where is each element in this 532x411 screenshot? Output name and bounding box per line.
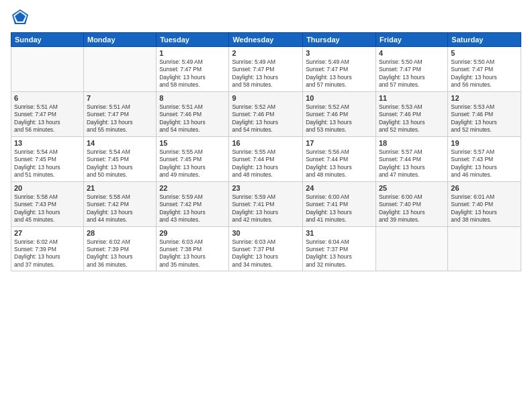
calendar-cell: 20Sunrise: 5:58 AM Sunset: 7:43 PM Dayli… xyxy=(11,181,84,226)
day-number: 18 xyxy=(379,139,445,147)
day-number: 11 xyxy=(379,94,445,102)
day-info: Sunrise: 5:51 AM Sunset: 7:46 PM Dayligh… xyxy=(159,103,226,134)
day-info: Sunrise: 6:03 AM Sunset: 7:38 PM Dayligh… xyxy=(159,238,226,269)
calendar-cell: 9Sunrise: 5:52 AM Sunset: 7:46 PM Daylig… xyxy=(229,91,303,136)
calendar-cell: 3Sunrise: 5:49 AM Sunset: 7:47 PM Daylig… xyxy=(303,47,376,92)
calendar-cell: 18Sunrise: 5:57 AM Sunset: 7:44 PM Dayli… xyxy=(375,136,447,181)
day-number: 20 xyxy=(14,184,81,192)
day-info: Sunrise: 5:54 AM Sunset: 7:45 PM Dayligh… xyxy=(87,148,153,179)
calendar-cell: 13Sunrise: 5:54 AM Sunset: 7:45 PM Dayli… xyxy=(11,136,84,181)
calendar-cell: 14Sunrise: 5:54 AM Sunset: 7:45 PM Dayli… xyxy=(83,136,156,181)
day-info: Sunrise: 5:55 AM Sunset: 7:45 PM Dayligh… xyxy=(159,148,226,179)
day-number: 29 xyxy=(159,229,226,237)
weekday-saturday: Saturday xyxy=(448,33,521,47)
calendar-cell: 10Sunrise: 5:52 AM Sunset: 7:46 PM Dayli… xyxy=(303,91,376,136)
day-info: Sunrise: 6:00 AM Sunset: 7:40 PM Dayligh… xyxy=(379,193,445,224)
day-info: Sunrise: 5:57 AM Sunset: 7:44 PM Dayligh… xyxy=(379,148,445,179)
day-number: 9 xyxy=(232,94,300,102)
day-number: 4 xyxy=(379,49,445,57)
day-number: 22 xyxy=(159,184,226,192)
calendar-cell: 22Sunrise: 5:59 AM Sunset: 7:42 PM Dayli… xyxy=(157,181,229,226)
day-info: Sunrise: 6:04 AM Sunset: 7:37 PM Dayligh… xyxy=(306,238,373,269)
day-info: Sunrise: 5:54 AM Sunset: 7:45 PM Dayligh… xyxy=(14,148,81,179)
day-info: Sunrise: 5:58 AM Sunset: 7:43 PM Dayligh… xyxy=(14,193,81,224)
calendar-cell xyxy=(375,226,447,271)
calendar-cell: 7Sunrise: 5:51 AM Sunset: 7:47 PM Daylig… xyxy=(83,91,156,136)
day-info: Sunrise: 6:02 AM Sunset: 7:39 PM Dayligh… xyxy=(87,238,153,269)
day-number: 24 xyxy=(306,184,373,192)
day-info: Sunrise: 5:52 AM Sunset: 7:46 PM Dayligh… xyxy=(306,103,373,134)
weekday-friday: Friday xyxy=(375,33,447,47)
day-info: Sunrise: 5:51 AM Sunset: 7:47 PM Dayligh… xyxy=(87,103,153,134)
calendar-cell: 23Sunrise: 5:59 AM Sunset: 7:41 PM Dayli… xyxy=(229,181,303,226)
day-number: 27 xyxy=(14,229,81,237)
header xyxy=(11,8,521,27)
day-number: 13 xyxy=(14,139,81,147)
weekday-thursday: Thursday xyxy=(303,33,376,47)
day-info: Sunrise: 6:00 AM Sunset: 7:41 PM Dayligh… xyxy=(306,193,373,224)
day-number: 3 xyxy=(306,49,373,57)
day-info: Sunrise: 5:55 AM Sunset: 7:44 PM Dayligh… xyxy=(232,148,300,179)
calendar-cell: 24Sunrise: 6:00 AM Sunset: 7:41 PM Dayli… xyxy=(303,181,376,226)
calendar-cell: 25Sunrise: 6:00 AM Sunset: 7:40 PM Dayli… xyxy=(375,181,447,226)
weekday-tuesday: Tuesday xyxy=(157,33,229,47)
calendar-cell: 8Sunrise: 5:51 AM Sunset: 7:46 PM Daylig… xyxy=(157,91,229,136)
day-number: 26 xyxy=(451,184,518,192)
day-info: Sunrise: 5:52 AM Sunset: 7:46 PM Dayligh… xyxy=(232,103,300,134)
calendar-cell: 6Sunrise: 5:51 AM Sunset: 7:47 PM Daylig… xyxy=(11,91,84,136)
day-number: 23 xyxy=(232,184,300,192)
day-number: 15 xyxy=(159,139,226,147)
logo xyxy=(11,8,32,27)
calendar-cell xyxy=(83,47,156,92)
calendar-cell: 30Sunrise: 6:03 AM Sunset: 7:37 PM Dayli… xyxy=(229,226,303,271)
calendar-cell: 26Sunrise: 6:01 AM Sunset: 7:40 PM Dayli… xyxy=(448,181,521,226)
day-info: Sunrise: 5:49 AM Sunset: 7:47 PM Dayligh… xyxy=(159,58,226,89)
day-number: 2 xyxy=(232,49,300,57)
day-info: Sunrise: 5:59 AM Sunset: 7:41 PM Dayligh… xyxy=(232,193,300,224)
calendar-cell: 5Sunrise: 5:50 AM Sunset: 7:47 PM Daylig… xyxy=(448,47,521,92)
calendar-cell: 2Sunrise: 5:49 AM Sunset: 7:47 PM Daylig… xyxy=(229,47,303,92)
calendar-cell: 4Sunrise: 5:50 AM Sunset: 7:47 PM Daylig… xyxy=(375,47,447,92)
week-row-3: 13Sunrise: 5:54 AM Sunset: 7:45 PM Dayli… xyxy=(11,136,521,181)
day-info: Sunrise: 5:59 AM Sunset: 7:42 PM Dayligh… xyxy=(159,193,226,224)
day-number: 5 xyxy=(451,49,518,57)
day-number: 1 xyxy=(159,49,226,57)
day-number: 12 xyxy=(451,94,518,102)
logo-icon xyxy=(11,8,30,27)
day-number: 21 xyxy=(87,184,153,192)
weekday-header-row: SundayMondayTuesdayWednesdayThursdayFrid… xyxy=(11,33,521,47)
calendar-cell: 17Sunrise: 5:56 AM Sunset: 7:44 PM Dayli… xyxy=(303,136,376,181)
day-number: 8 xyxy=(159,94,226,102)
weekday-wednesday: Wednesday xyxy=(229,33,303,47)
calendar-cell: 16Sunrise: 5:55 AM Sunset: 7:44 PM Dayli… xyxy=(229,136,303,181)
week-row-5: 27Sunrise: 6:02 AM Sunset: 7:39 PM Dayli… xyxy=(11,226,521,271)
day-number: 7 xyxy=(87,94,153,102)
day-number: 28 xyxy=(87,229,153,237)
day-info: Sunrise: 6:02 AM Sunset: 7:39 PM Dayligh… xyxy=(14,238,81,269)
day-info: Sunrise: 5:58 AM Sunset: 7:42 PM Dayligh… xyxy=(87,193,153,224)
calendar-cell: 21Sunrise: 5:58 AM Sunset: 7:42 PM Dayli… xyxy=(83,181,156,226)
day-number: 6 xyxy=(14,94,81,102)
week-row-1: 1Sunrise: 5:49 AM Sunset: 7:47 PM Daylig… xyxy=(11,47,521,92)
day-number: 17 xyxy=(306,139,373,147)
calendar-cell: 11Sunrise: 5:53 AM Sunset: 7:46 PM Dayli… xyxy=(375,91,447,136)
day-number: 31 xyxy=(306,229,373,237)
day-info: Sunrise: 5:50 AM Sunset: 7:47 PM Dayligh… xyxy=(379,58,445,89)
weekday-sunday: Sunday xyxy=(11,33,84,47)
day-number: 25 xyxy=(379,184,445,192)
day-info: Sunrise: 5:49 AM Sunset: 7:47 PM Dayligh… xyxy=(232,58,300,89)
day-info: Sunrise: 6:03 AM Sunset: 7:37 PM Dayligh… xyxy=(232,238,300,269)
day-info: Sunrise: 5:49 AM Sunset: 7:47 PM Dayligh… xyxy=(306,58,373,89)
calendar-cell xyxy=(448,226,521,271)
calendar-cell: 27Sunrise: 6:02 AM Sunset: 7:39 PM Dayli… xyxy=(11,226,84,271)
calendar-cell: 15Sunrise: 5:55 AM Sunset: 7:45 PM Dayli… xyxy=(157,136,229,181)
day-info: Sunrise: 5:57 AM Sunset: 7:43 PM Dayligh… xyxy=(451,148,518,179)
calendar-cell: 29Sunrise: 6:03 AM Sunset: 7:38 PM Dayli… xyxy=(157,226,229,271)
day-number: 16 xyxy=(232,139,300,147)
calendar-cell: 1Sunrise: 5:49 AM Sunset: 7:47 PM Daylig… xyxy=(157,47,229,92)
day-info: Sunrise: 5:53 AM Sunset: 7:46 PM Dayligh… xyxy=(379,103,445,134)
calendar-cell: 12Sunrise: 5:53 AM Sunset: 7:46 PM Dayli… xyxy=(448,91,521,136)
day-info: Sunrise: 5:51 AM Sunset: 7:47 PM Dayligh… xyxy=(14,103,81,134)
day-number: 30 xyxy=(232,229,300,237)
day-info: Sunrise: 6:01 AM Sunset: 7:40 PM Dayligh… xyxy=(451,193,518,224)
